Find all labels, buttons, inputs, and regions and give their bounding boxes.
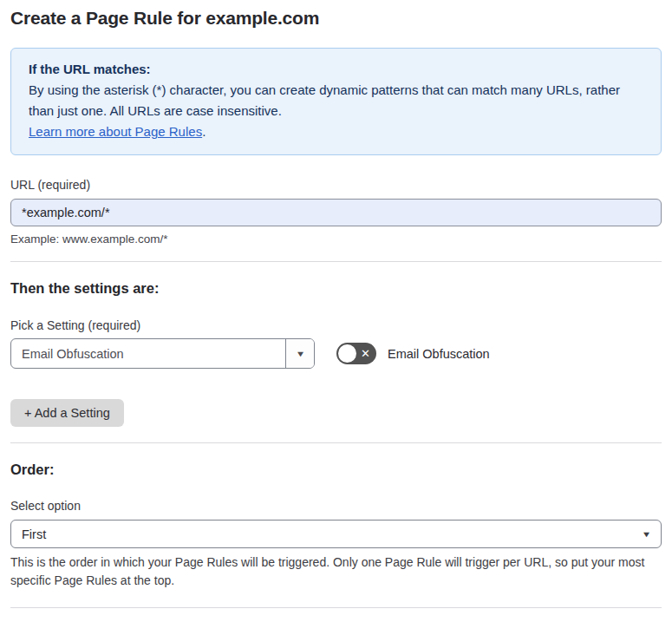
order-select-value: First: [22, 527, 46, 541]
setting-dropdown[interactable]: Email Obfuscation ▼: [10, 338, 315, 369]
chevron-down-icon: ▼: [642, 530, 652, 539]
url-input[interactable]: [10, 199, 662, 226]
add-setting-button[interactable]: + Add a Setting: [10, 399, 124, 427]
url-match-info-callout: If the URL matches: By using the asteris…: [10, 48, 662, 155]
page-title: Create a Page Rule for example.com: [10, 8, 662, 29]
toggle-label: Email Obfuscation: [388, 347, 490, 361]
toggle-knob: [338, 344, 356, 363]
divider: [10, 261, 662, 262]
chevron-down-icon: ▼: [295, 350, 305, 358]
divider: [10, 607, 662, 608]
toggle-off-x-icon: ✕: [361, 348, 370, 359]
email-obfuscation-toggle-group: ✕ Email Obfuscation: [336, 343, 490, 364]
setting-dropdown-arrow-button[interactable]: ▼: [285, 339, 314, 368]
link-period: .: [202, 124, 206, 139]
url-field-label: URL (required): [10, 178, 662, 192]
order-helper-text: This is the order in which your Page Rul…: [10, 553, 662, 590]
info-callout-link-line: Learn more about Page Rules.: [29, 121, 643, 142]
setting-row: Email Obfuscation ▼ ✕ Email Obfuscation: [10, 338, 662, 369]
order-select[interactable]: First ▼: [10, 520, 662, 548]
divider: [10, 442, 662, 443]
url-example-helper: Example: www.example.com/*: [10, 232, 662, 246]
page-rule-form: Create a Page Rule for example.com If th…: [0, 8, 672, 622]
order-select-label: Select option: [10, 499, 662, 513]
settings-section-heading: Then the settings are:: [10, 280, 662, 297]
order-section-heading: Order:: [10, 462, 662, 478]
setting-dropdown-value: Email Obfuscation: [11, 339, 285, 368]
pick-setting-label: Pick a Setting (required): [10, 318, 662, 332]
info-callout-heading: If the URL matches:: [29, 59, 643, 80]
email-obfuscation-toggle[interactable]: ✕: [336, 343, 376, 364]
info-callout-body: By using the asterisk (*) character, you…: [29, 80, 643, 121]
learn-more-link[interactable]: Learn more about Page Rules: [29, 124, 202, 139]
